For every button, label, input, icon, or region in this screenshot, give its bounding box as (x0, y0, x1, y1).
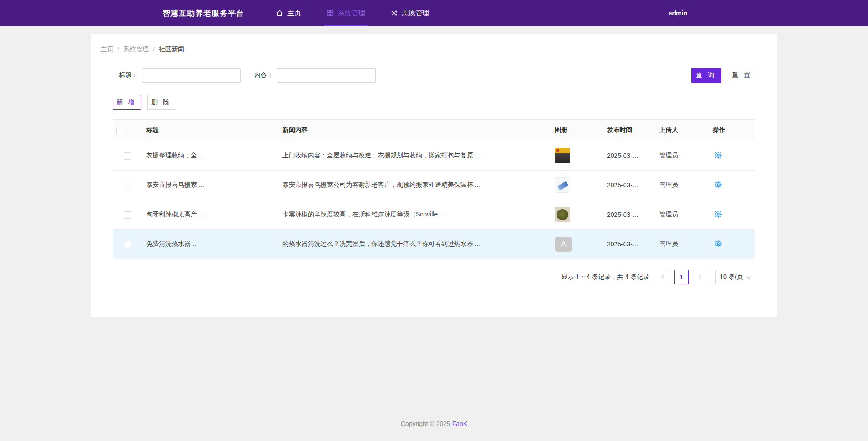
breadcrumb-system-management[interactable]: 系统管理 (123, 45, 149, 54)
title-search-input[interactable] (142, 68, 241, 83)
gear-icon (714, 210, 723, 220)
nav-item-home[interactable]: 主页 (273, 0, 304, 26)
page-size-value: 10 条/页 (720, 273, 743, 281)
page-footer: Copyright © 2025 FanK (0, 317, 868, 427)
column-header-content: 新闻内容 (279, 120, 551, 141)
publish-time: 2025-03-… (603, 230, 656, 259)
column-header-album: 图册 (551, 120, 603, 141)
row-settings-button[interactable] (713, 179, 724, 191)
delete-button[interactable]: 删 除 (147, 95, 176, 110)
breadcrumb-separator: / (153, 46, 155, 53)
news-content: 卡宴辣椒的辛辣度较高，在斯科维尔辣度等级（Scoville ... (279, 200, 551, 230)
avatar-placeholder-icon (555, 237, 572, 252)
chevron-left-icon (660, 274, 666, 281)
news-title: 衣橱整理收纳，全 ... (143, 141, 279, 171)
main-nav: 主页 系统管理 志愿管理 (273, 0, 452, 26)
current-user[interactable]: admin (669, 10, 687, 17)
top-navbar: 智慧互助养老服务平台 主页 系统管理 (0, 0, 868, 26)
breadcrumb-current-page: 社区新闻 (159, 45, 184, 54)
content-card: 主页 / 系统管理 / 社区新闻 标题： 内容： 查 询 重 置 新 增 删 除… (91, 34, 777, 317)
footer-brand-link[interactable]: FanK (452, 420, 467, 427)
gear-icon (714, 180, 723, 191)
chevron-down-icon (746, 274, 751, 281)
next-page-button[interactable] (693, 270, 707, 284)
chevron-right-icon (697, 274, 703, 281)
breadcrumb-home[interactable]: 主页 (101, 45, 113, 54)
reset-button[interactable]: 重 置 (730, 68, 755, 83)
table-toolbar: 新 增 删 除 (113, 95, 755, 110)
page-number-button[interactable]: 1 (674, 270, 689, 284)
news-photo-thumbnail[interactable] (555, 207, 570, 222)
search-form: 标题： 内容： 查 询 重 置 (113, 68, 755, 83)
table-row[interactable]: 匈牙利辣椒太高产 ... 卡宴辣椒的辛辣度较高，在斯科维尔辣度等级（Scovil… (113, 200, 755, 230)
column-header-uploader: 上传人 (656, 120, 709, 141)
news-table: 标题 新闻内容 图册 发布时间 上传人 操作 衣橱整理收纳，全 ... 上门收纳… (113, 119, 755, 259)
pagination-summary: 显示 1 ~ 4 条记录，共 4 条记录 (561, 273, 650, 281)
column-header-actions: 操作 (709, 120, 755, 141)
publish-time: 2025-03-… (603, 141, 656, 171)
copyright-text: Copyright © 2025 (401, 420, 450, 427)
home-icon (276, 10, 283, 17)
column-header-title: 标题 (143, 120, 279, 141)
news-content: 上门收纳内容：全屋收纳与改造，衣橱规划与收纳，搬家打包与复原 ... (279, 141, 551, 171)
nav-item-label: 志愿管理 (402, 9, 429, 18)
shuffle-icon (390, 10, 398, 17)
table-row[interactable]: 泰安市报喜鸟搬家 ... 泰安市报喜鸟搬家公司为答谢新老客户，现预约搬家即送精美… (113, 171, 755, 200)
content-field-label: 内容： (254, 71, 273, 79)
row-settings-button[interactable] (713, 238, 724, 250)
breadcrumb: 主页 / 系统管理 / 社区新闻 (101, 45, 755, 54)
row-checkbox[interactable] (124, 211, 131, 219)
page-size-select[interactable]: 10 条/页 (715, 270, 755, 284)
row-checkbox[interactable] (124, 241, 131, 248)
nav-item-volunteer-management[interactable]: 志愿管理 (388, 0, 432, 26)
row-checkbox[interactable] (124, 152, 131, 160)
table-row[interactable]: 衣橱整理收纳，全 ... 上门收纳内容：全屋收纳与改造，衣橱规划与收纳，搬家打包… (113, 141, 755, 171)
add-button[interactable]: 新 增 (113, 95, 141, 110)
query-button[interactable]: 查 询 (691, 68, 721, 83)
gear-icon (714, 239, 723, 250)
grid-icon (326, 10, 334, 17)
column-header-publish-time: 发布时间 (603, 120, 656, 141)
uploader: 管理员 (656, 230, 709, 259)
row-settings-button[interactable] (713, 150, 724, 162)
row-checkbox[interactable] (124, 182, 131, 189)
uploader: 管理员 (656, 171, 709, 200)
publish-time: 2025-03-… (603, 200, 656, 230)
publish-time: 2025-03-… (603, 171, 656, 200)
row-settings-button[interactable] (713, 209, 724, 221)
title-field-label: 标题： (119, 71, 138, 79)
table-header-row: 标题 新闻内容 图册 发布时间 上传人 操作 (113, 120, 755, 141)
news-title: 泰安市报喜鸟搬家 ... (143, 171, 279, 200)
news-photo-thumbnail[interactable] (555, 177, 570, 193)
news-title: 匈牙利辣椒太高产 ... (143, 200, 279, 230)
nav-item-label: 系统管理 (338, 9, 365, 18)
table-row-selected[interactable]: 免费清洗热水器 ... 的热水器清洗过么？洗完澡后，你还感觉干痒么？你可看到过热… (113, 230, 755, 259)
uploader: 管理员 (656, 200, 709, 230)
nav-item-system-management[interactable]: 系统管理 (324, 0, 368, 26)
previous-page-button[interactable] (656, 270, 670, 284)
app-title: 智慧互助养老服务平台 (163, 8, 244, 19)
gear-icon (714, 151, 723, 161)
uploader: 管理员 (656, 141, 709, 171)
content-search-input[interactable] (277, 68, 376, 83)
news-content: 泰安市报喜鸟搬家公司为答谢新老客户，现预约搬家即送精美保温杯 ... (279, 171, 551, 200)
breadcrumb-separator: / (118, 46, 119, 53)
search-actions: 查 询 重 置 (691, 68, 755, 83)
nav-item-label: 主页 (287, 9, 301, 18)
select-all-checkbox[interactable] (116, 127, 123, 134)
news-content: 的热水器清洗过么？洗完澡后，你还感觉干痒么？你可看到过热水器 ... (279, 230, 551, 259)
pagination: 显示 1 ~ 4 条记录，共 4 条记录 1 10 条/页 (113, 270, 755, 284)
news-photo-thumbnail[interactable] (555, 148, 570, 163)
news-title: 免费清洗热水器 ... (143, 230, 279, 259)
